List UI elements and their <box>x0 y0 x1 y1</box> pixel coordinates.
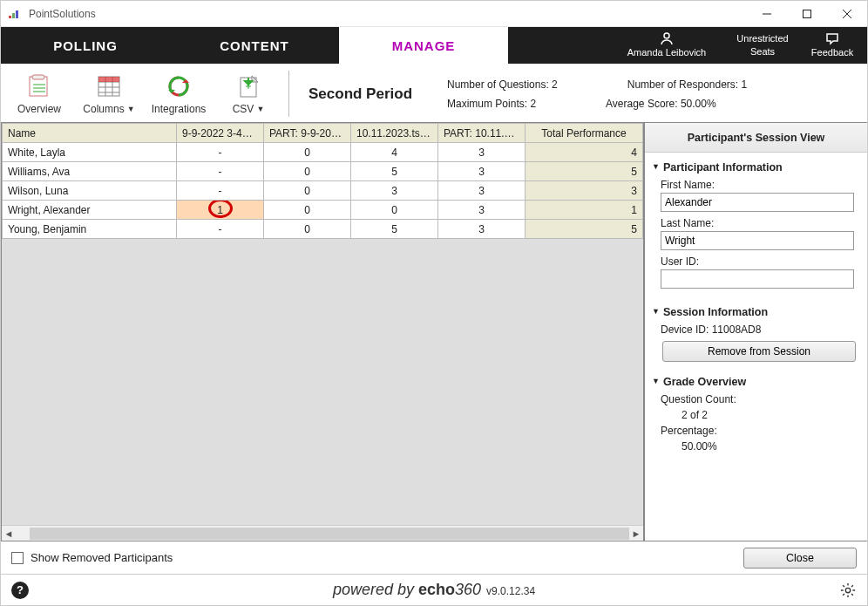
cell-value[interactable]: 5 <box>351 162 438 181</box>
seats-info[interactable]: Unrestricted Seats <box>728 27 797 64</box>
collapse-icon: ▼ <box>652 377 660 385</box>
session-stats: Number of Questions: 2 Number of Respond… <box>447 65 864 122</box>
collapse-icon: ▼ <box>652 307 660 316</box>
collapse-icon: ▼ <box>652 162 660 171</box>
csv-button[interactable]: CSV▼ <box>214 65 283 122</box>
results-table[interactable]: Name 9-9-2022 3-48 PM PART: 9-9-2022 ...… <box>2 123 643 239</box>
integrations-button[interactable]: Integrations <box>144 65 214 122</box>
remove-from-session-button[interactable]: Remove from Session <box>662 341 856 362</box>
cell-value[interactable]: 3 <box>438 143 526 162</box>
cell-value[interactable]: 3 <box>526 181 643 201</box>
table-row[interactable]: Wilson, Luna-0333 <box>3 181 643 201</box>
cell-value[interactable]: 0 <box>351 201 438 220</box>
section-session-info[interactable]: ▼Session Information <box>652 306 858 318</box>
overview-button[interactable]: Overview <box>4 65 74 122</box>
tab-polling[interactable]: POLLING <box>1 27 170 64</box>
main-tabs: POLLING CONTENT MANAGE Amanda Leibovich … <box>1 27 867 64</box>
svg-rect-2 <box>16 10 18 18</box>
user-id-label: User ID: <box>661 255 858 268</box>
help-icon[interactable]: ? <box>11 582 29 599</box>
cell-value[interactable]: 3 <box>438 220 526 239</box>
svg-rect-19 <box>98 77 119 82</box>
cell-value[interactable]: 0 <box>264 162 351 181</box>
maximize-button[interactable] <box>787 1 827 27</box>
integrations-icon <box>165 73 193 99</box>
session-title: Second Period <box>295 65 447 122</box>
cell-value[interactable]: 0 <box>264 201 351 220</box>
cell-name[interactable]: White, Layla <box>3 143 177 162</box>
columns-button[interactable]: Columns▼ <box>74 65 144 122</box>
first-name-input[interactable] <box>661 193 854 212</box>
participant-panel: Participant's Session View ▼Participant … <box>644 123 867 541</box>
settings-icon[interactable] <box>839 582 857 599</box>
svg-rect-9 <box>32 75 44 79</box>
col-c1[interactable]: 9-9-2022 3-48 PM <box>177 124 264 143</box>
cell-name[interactable]: Wright, Alexander <box>3 201 177 220</box>
stat-avgscore: Average Score: 50.00% <box>606 98 716 110</box>
table-empty-area <box>2 239 643 525</box>
question-count-label: Question Count: <box>661 393 858 405</box>
cell-value[interactable]: 1 <box>177 201 264 220</box>
col-name[interactable]: Name <box>3 124 177 143</box>
window-title: PointSolutions <box>29 8 96 20</box>
last-name-input[interactable] <box>661 231 854 250</box>
svg-point-24 <box>845 588 850 592</box>
table-row[interactable]: White, Layla-0434 <box>3 143 643 162</box>
cell-value[interactable]: 3 <box>438 162 526 181</box>
device-id: Device ID: 11008AD8 <box>661 323 858 336</box>
cell-value[interactable]: 5 <box>351 220 438 239</box>
cell-name[interactable]: Wilson, Luna <box>3 181 177 201</box>
table-row[interactable]: Wright, Alexander10031 <box>3 201 643 220</box>
panel-heading: Participant's Session View <box>645 123 867 153</box>
cell-value[interactable]: 4 <box>351 143 438 162</box>
stat-maxpoints: Maximum Points: 2 <box>447 98 536 110</box>
col-c4[interactable]: PART: 10.11.202... <box>438 124 526 143</box>
cell-value[interactable]: - <box>177 181 264 201</box>
feedback-button[interactable]: Feedback <box>797 27 867 64</box>
cell-name[interactable]: Williams, Ava <box>3 162 177 181</box>
cell-value[interactable]: 3 <box>351 181 438 201</box>
cell-name[interactable]: Young, Benjamin <box>3 220 177 239</box>
first-name-label: First Name: <box>661 179 858 191</box>
show-removed-checkbox[interactable] <box>11 552 24 564</box>
titlebar: PointSolutions <box>1 1 867 27</box>
table-row[interactable]: Williams, Ava-0535 <box>3 162 643 181</box>
section-participant-info[interactable]: ▼Participant Information <box>652 161 858 174</box>
cell-value[interactable]: 3 <box>438 201 526 220</box>
scroll-left-arrow[interactable]: ◄ <box>2 527 16 541</box>
svg-point-7 <box>664 33 669 38</box>
cell-value[interactable]: 5 <box>526 220 643 239</box>
cell-value[interactable]: 5 <box>526 162 643 181</box>
columns-icon <box>95 73 123 99</box>
scroll-thumb[interactable] <box>30 528 629 540</box>
question-count-value: 2 of 2 <box>682 409 858 421</box>
cell-value[interactable]: - <box>177 220 264 239</box>
cell-value[interactable]: - <box>177 162 264 181</box>
csv-icon <box>234 73 262 99</box>
cell-value[interactable]: - <box>177 143 264 162</box>
horizontal-scrollbar[interactable]: ◄ ► <box>2 525 643 541</box>
cell-value[interactable]: 0 <box>264 143 351 162</box>
col-total[interactable]: Total Performance <box>526 124 643 143</box>
tab-manage[interactable]: MANAGE <box>339 27 508 64</box>
svg-rect-4 <box>804 10 811 17</box>
cell-value[interactable]: 3 <box>438 181 526 201</box>
cell-value[interactable]: 1 <box>526 201 643 220</box>
table-row[interactable]: Young, Benjamin-0535 <box>3 220 643 239</box>
minimize-button[interactable] <box>747 1 787 27</box>
cell-value[interactable]: 4 <box>526 143 643 162</box>
close-window-button[interactable] <box>827 1 867 27</box>
bottom-bar: Show Removed Participants Close <box>1 541 867 574</box>
col-c3[interactable]: 10.11.2023.tst 1... <box>351 124 438 143</box>
col-c2[interactable]: PART: 9-9-2022 ... <box>264 124 351 143</box>
scroll-right-arrow[interactable]: ► <box>629 527 643 541</box>
user-id-input[interactable] <box>661 269 854 289</box>
cell-value[interactable]: 0 <box>264 220 351 239</box>
close-button[interactable]: Close <box>743 548 857 569</box>
stat-questions: Number of Questions: 2 <box>447 78 558 91</box>
percentage-label: Percentage: <box>661 425 858 437</box>
section-grade-overview[interactable]: ▼Grade Overview <box>652 376 858 388</box>
tab-content[interactable]: CONTENT <box>170 27 339 64</box>
user-menu[interactable]: Amanda Leibovich <box>606 27 728 64</box>
cell-value[interactable]: 0 <box>264 181 351 201</box>
